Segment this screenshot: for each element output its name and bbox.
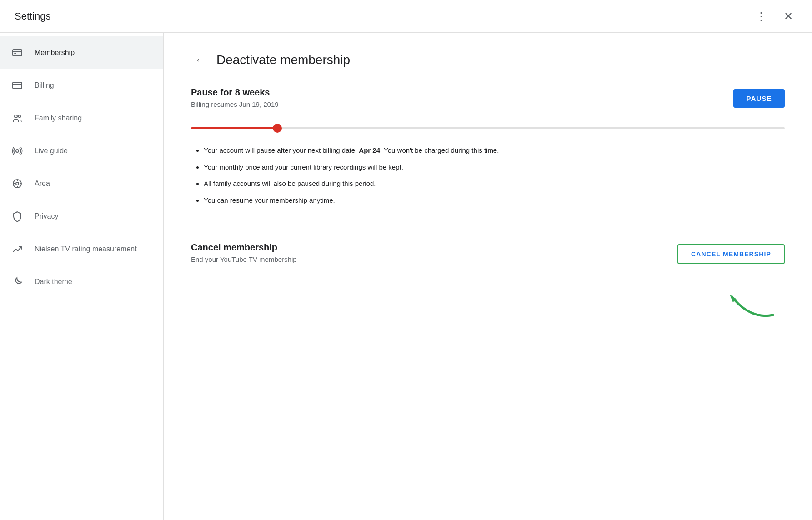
cancel-heading: Cancel membership <box>191 242 297 253</box>
list-item: All family accounts will also be paused … <box>204 179 785 189</box>
svg-point-9 <box>16 182 19 185</box>
more-options-button[interactable]: ⋮ <box>752 7 770 25</box>
sidebar-item-label-live-guide: Live guide <box>35 147 68 155</box>
back-icon: ← <box>195 54 205 66</box>
privacy-icon <box>11 211 24 222</box>
membership-icon <box>11 47 24 58</box>
pause-info: Pause for 8 weeks Billing resumes Jun 19… <box>191 87 279 108</box>
sidebar-item-dark-theme[interactable]: Dark theme <box>0 265 163 298</box>
family-sharing-icon <box>11 113 24 124</box>
cancel-button-wrapper: CANCEL MEMBERSHIP <box>677 242 785 264</box>
sidebar-item-nielsen[interactable]: Nielsen TV rating measurement <box>0 233 163 265</box>
slider-container <box>191 123 785 131</box>
sidebar-item-family-sharing[interactable]: Family sharing <box>0 102 163 135</box>
pause-button[interactable]: PAUSE <box>733 89 785 108</box>
cancel-section: Cancel membership End your YouTube TV me… <box>191 242 785 264</box>
more-options-icon: ⋮ <box>756 10 767 23</box>
area-icon <box>11 178 24 189</box>
svg-rect-4 <box>13 84 22 85</box>
svg-point-5 <box>15 115 17 118</box>
sidebar-item-label-family-sharing: Family sharing <box>35 114 82 122</box>
page-title: Settings <box>15 10 51 22</box>
sidebar-item-label-area: Area <box>35 180 50 188</box>
sidebar-item-label-privacy: Privacy <box>35 212 58 220</box>
sidebar-item-label-membership: Membership <box>35 49 75 57</box>
sidebar-item-live-guide[interactable]: Live guide <box>0 135 163 167</box>
svg-point-6 <box>19 115 21 118</box>
sidebar-item-label-dark-theme: Dark theme <box>35 278 72 286</box>
close-icon: ✕ <box>784 10 793 23</box>
svg-rect-0 <box>13 50 22 56</box>
content-area: ← Deactivate membership Pause for 8 week… <box>164 33 812 520</box>
pause-section: Pause for 8 weeks Billing resumes Jun 19… <box>191 87 785 108</box>
header-actions: ⋮ ✕ <box>752 7 797 25</box>
nielsen-icon <box>11 244 24 255</box>
list-item: Your monthly price and your current libr… <box>204 162 785 173</box>
sidebar: Membership Billing Family sharing <box>0 33 164 520</box>
main-layout: Membership Billing Family sharing <box>0 33 812 520</box>
sidebar-item-label-billing: Billing <box>35 81 54 90</box>
live-guide-icon <box>11 145 24 156</box>
dark-theme-icon <box>11 276 24 287</box>
arrow-annotation <box>709 270 782 326</box>
list-item: You can resume your membership anytime. <box>204 195 785 206</box>
billing-icon <box>11 80 24 91</box>
sidebar-item-membership[interactable]: Membership <box>0 36 163 69</box>
sidebar-item-privacy[interactable]: Privacy <box>0 200 163 233</box>
pause-heading: Pause for 8 weeks <box>191 87 279 98</box>
pause-duration-slider[interactable] <box>191 127 785 129</box>
content-title: Deactivate membership <box>216 53 350 67</box>
sidebar-item-label-nielsen: Nielsen TV rating measurement <box>35 245 137 253</box>
back-button[interactable]: ← <box>191 51 209 69</box>
settings-header: Settings ⋮ ✕ <box>0 0 812 33</box>
svg-point-7 <box>16 150 19 152</box>
section-divider <box>191 224 785 224</box>
sidebar-item-billing[interactable]: Billing <box>0 69 163 102</box>
close-button[interactable]: ✕ <box>779 7 797 25</box>
cancel-info: Cancel membership End your YouTube TV me… <box>191 242 297 263</box>
list-item: Your account will pause after your next … <box>204 145 785 156</box>
sidebar-item-area[interactable]: Area <box>0 167 163 200</box>
cancel-membership-button[interactable]: CANCEL MEMBERSHIP <box>677 244 785 264</box>
cancel-subtitle: End your YouTube TV membership <box>191 255 297 263</box>
svg-rect-2 <box>14 53 16 54</box>
bullet-list: Your account will pause after your next … <box>191 145 785 205</box>
content-header: ← Deactivate membership <box>191 51 785 69</box>
pause-subtitle: Billing resumes Jun 19, 2019 <box>191 100 279 108</box>
